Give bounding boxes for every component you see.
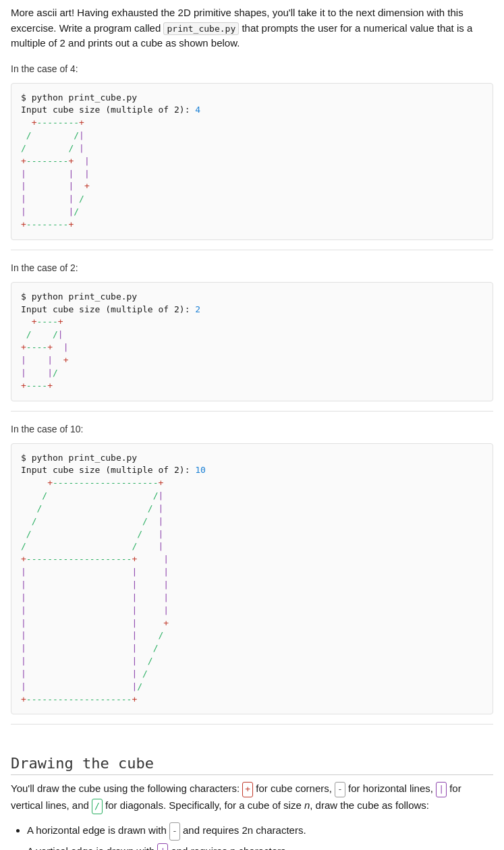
intro-paragraph: More ascii art! Having exhausted the 2D … [11,5,493,51]
case2-cmd: $ python print_cube.py [21,291,137,302]
drawing-minus-desc: for horizontal lines, [345,783,436,794]
case10-art: +--------------------+ / /| / / | / / | … [21,478,169,704]
case10-prompt: Input cube size (multiple of 2): 10 [21,465,206,475]
drawing-slash-desc: for diagonals. Specifically, for a cube … [103,799,304,811]
bullet-2: A vertical edge is drawn with | and requ… [27,842,493,850]
case4-header: In the case of 4: [11,59,493,79]
bullet-2-before: A vertical edge is drawn with [27,845,157,850]
divider2 [11,411,493,412]
filename-code: print_cube.py [163,22,239,35]
minus-badge: - [335,782,345,797]
drawing-desc-before: You'll draw the cube using the following… [11,783,242,794]
case2-art: +----+ / /| +----+ | | | + | |/ +----+ [21,316,68,390]
slash-badge: / [92,799,103,814]
drawing-n-desc: , draw the cube as follows: [310,799,429,811]
bullet-1-after: and requires 2n characters. [180,824,306,836]
case4-art: +--------+ / /| / / | +--------+ | | | |… [21,117,90,229]
drawing-description: You'll draw the cube using the following… [11,781,493,814]
case10-cmd: $ python print_cube.py [21,453,137,463]
divider3 [11,724,493,725]
bullet-2-after: and requires n characters. [168,845,288,850]
case4-cmd: $ python print_cube.py [21,92,137,103]
case10-code-block: $ python print_cube.py Input cube size (… [11,443,493,715]
pipe-badge: | [436,782,447,797]
case4-prompt: Input cube size (multiple of 2): 4 [21,105,200,115]
drawing-bullets: A horizontal edge is drawn with - and re… [27,821,493,850]
bullet-2-char: | [157,843,168,850]
plus-badge: + [242,782,253,797]
drawing-plus-desc: for cube corners, [253,783,335,794]
bullet-1-before: A horizontal edge is drawn with [27,824,169,836]
bullet-1: A horizontal edge is drawn with - and re… [27,821,493,841]
case2-prompt: Input cube size (multiple of 2): 2 [21,304,200,314]
case2-header: In the case of 2: [11,258,493,278]
divider1 [11,250,493,250]
drawing-title: Drawing the cube [11,755,493,775]
case4-code-block: $ python print_cube.py Input cube size (… [11,83,493,240]
bullet-1-char: - [169,822,180,841]
case2-code-block: $ python print_cube.py Input cube size (… [11,282,493,401]
case10-header: In the case of 10: [11,420,493,439]
